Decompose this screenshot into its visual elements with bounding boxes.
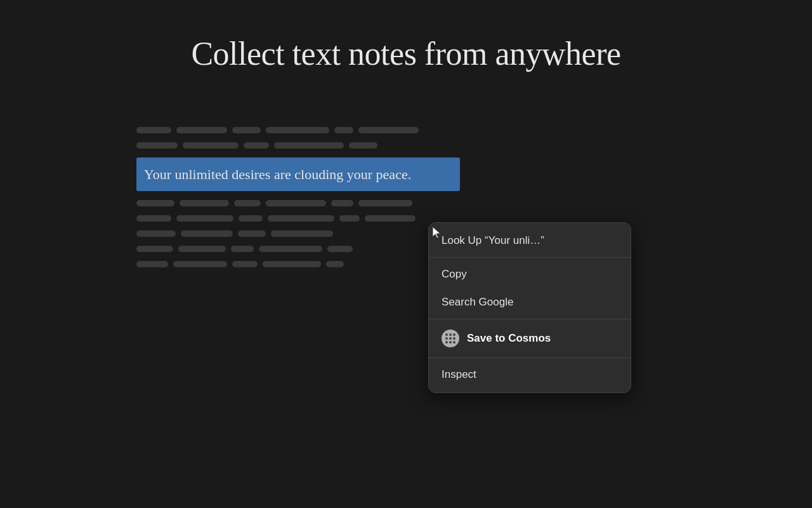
content-area: Your unlimited desires are clouding your… [136,127,460,276]
inspect-label: Inspect [442,368,476,381]
text-line-segment [349,142,377,149]
cosmos-dot [445,341,448,344]
text-line-segment [327,246,353,252]
text-line-segment [238,231,266,237]
text-line-segment [178,246,226,252]
text-line-segment [274,142,344,149]
text-line-row [136,142,460,149]
context-menu-item-copy[interactable]: Copy [429,260,631,288]
context-menu-divider [429,358,631,358]
text-line-segment [259,246,322,252]
cosmos-dot [445,333,448,336]
text-line-segment [234,200,261,206]
text-line-segment [266,127,329,133]
search-google-label: Search Google [442,296,513,309]
text-line-row [136,215,460,222]
text-line-segment [334,127,353,133]
text-line-segment [136,127,171,133]
context-menu-divider [429,257,631,258]
cosmos-dot [449,337,452,340]
text-line-segment [239,215,263,222]
text-line-row [136,200,460,206]
text-line-segment [136,261,168,267]
save-to-cosmos-label: Save to Cosmos [467,332,551,345]
page-title: Collect text notes from anywhere [0,0,812,72]
text-line-segment [136,215,171,222]
text-line-segment [244,142,269,149]
context-menu-item-search-google[interactable]: Search Google [429,288,631,316]
cosmos-dot [449,333,452,336]
text-line-segment [183,142,239,149]
context-menu-item-look-up[interactable]: Look Up “Your unli…” [429,227,631,255]
text-line-segment [232,261,258,267]
text-line-row [136,246,460,252]
selected-text: Your unlimited desires are clouding your… [136,157,460,191]
context-menu-divider [429,319,631,319]
text-line-segment [173,261,227,267]
copy-label: Copy [442,268,467,281]
text-line-segment [232,127,261,133]
text-line-segment [180,200,229,206]
text-line-row [136,261,460,267]
cosmos-dot [453,333,455,336]
text-line-segment [326,261,344,267]
text-line-segment [181,231,233,237]
cosmos-dot [453,337,455,340]
text-line-segment [231,246,254,252]
cosmos-dot [445,337,448,340]
text-line-segment [263,261,321,267]
cosmos-dot [453,341,455,344]
text-line-segment [266,200,326,206]
look-up-label: Look Up “Your unli…” [442,234,544,247]
text-line-segment [365,215,416,222]
text-line-segment [358,127,419,133]
text-line-segment [268,215,334,222]
text-line-segment [136,246,173,252]
text-line-row [136,231,460,237]
cosmos-icon [442,330,459,347]
text-line-row [136,127,460,133]
text-line-segment [339,215,360,222]
context-menu: Look Up “Your unli…” Copy Search Google … [428,222,631,393]
text-line-segment [176,127,227,133]
text-line-segment [136,142,178,149]
context-menu-item-save-to-cosmos[interactable]: Save to Cosmos [429,322,631,355]
text-line-segment [136,200,174,206]
text-line-segment [358,200,412,206]
text-line-segment [271,231,333,237]
cosmos-dot [449,341,452,344]
cosmos-icon-dots [445,333,455,344]
text-line-segment [176,215,233,222]
text-line-segment [136,231,176,237]
context-menu-item-inspect[interactable]: Inspect [429,361,631,389]
text-line-segment [331,200,353,206]
